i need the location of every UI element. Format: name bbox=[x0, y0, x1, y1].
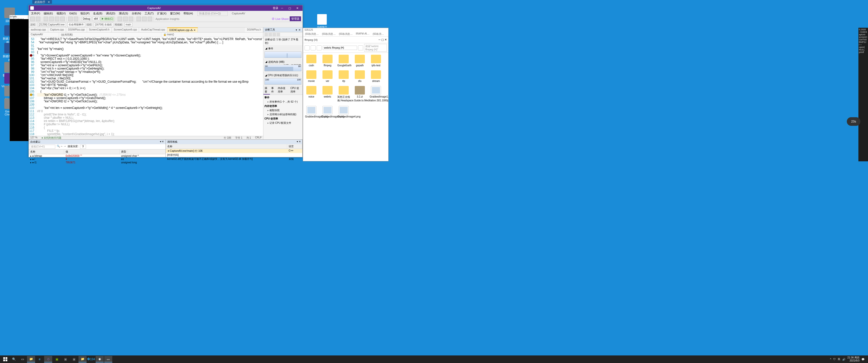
diag-node[interactable]: 启用堆分析(会影响性能) bbox=[264, 112, 302, 117]
diag-tab-events[interactable]: 事件 bbox=[270, 86, 277, 95]
callstack-row[interactable]: kernel32.dll![下面的框架可能不正确和/或缺失，没有为 kernel… bbox=[166, 157, 303, 161]
tray-icon[interactable]: 🔊 bbox=[842, 358, 845, 361]
file-item[interactable]: movie bbox=[305, 70, 318, 82]
task-term[interactable]: ▬ bbox=[104, 356, 112, 363]
break-button[interactable] bbox=[118, 16, 122, 21]
file-item[interactable]: sfu bbox=[353, 70, 366, 82]
file-item[interactable]: 3.2.zi bbox=[353, 86, 366, 102]
autos-row[interactable]: ▸ ● t17953671unsigned long bbox=[29, 161, 165, 164]
console-titlebar[interactable]: D:\ipfs-test\CaptureA... bbox=[9, 15, 29, 19]
explorer-search[interactable]: 搜索"webrtc ffmpeg (H)" bbox=[364, 44, 387, 52]
diag-tool-btn[interactable] bbox=[269, 33, 272, 36]
task-app[interactable]: ▣ bbox=[70, 356, 78, 363]
file-item[interactable]: gopath bbox=[353, 55, 366, 67]
file-item[interactable]: GrabbedImage2.png bbox=[305, 106, 318, 118]
timer-badge[interactable]: 23s bbox=[847, 117, 861, 126]
task-vs[interactable]: ◇ bbox=[44, 356, 52, 363]
code-editor[interactable]: 5354919293949596979899100101102103104105… bbox=[29, 37, 263, 136]
process-select[interactable]: [21256] CaptureAV.exe bbox=[38, 23, 66, 27]
step-over-button[interactable] bbox=[142, 16, 147, 21]
config-select[interactable]: Debug bbox=[82, 17, 91, 21]
menu-file[interactable]: 文件(F) bbox=[30, 11, 41, 16]
file-item[interactable]: rtp bbox=[337, 70, 350, 82]
file-item[interactable]: csdn bbox=[305, 55, 318, 67]
btab[interactable]: (60条消息) Darkne... bbox=[305, 32, 319, 36]
autos-search[interactable]: 搜索(Ctrl+E) bbox=[30, 145, 55, 149]
menu-view[interactable]: 视图(V) bbox=[55, 11, 67, 16]
search-icon[interactable]: 🔍 bbox=[10, 356, 18, 363]
notification-icon[interactable]: 💬 bbox=[862, 358, 865, 361]
menu-analyze[interactable]: 分析(N) bbox=[130, 11, 142, 16]
btab[interactable]: (60条消息) yolov... bbox=[339, 32, 353, 36]
menu-help[interactable]: 帮助(H) bbox=[182, 11, 194, 16]
diag-tab-summary[interactable]: 摘要 bbox=[264, 86, 270, 95]
diag-tool-btn[interactable] bbox=[277, 33, 280, 36]
diag-tool-btn[interactable] bbox=[273, 33, 276, 36]
close-icon[interactable]: ✕ bbox=[298, 29, 301, 31]
nav-fwd[interactable] bbox=[311, 45, 316, 51]
tray-ime[interactable]: 英 bbox=[838, 358, 840, 361]
callstack-row[interactable]: [外部代码] bbox=[166, 153, 303, 157]
menu-tools[interactable]: 工具(T) bbox=[143, 11, 155, 16]
open-button[interactable] bbox=[49, 16, 54, 21]
pin-icon[interactable]: ▾ bbox=[295, 29, 298, 31]
file-item[interactable]: GrabbedImage3.png bbox=[321, 106, 334, 118]
tray-icon[interactable]: ⛉ bbox=[833, 358, 836, 361]
tab-sc9cpp[interactable]: ScreenCapture9.cpp bbox=[112, 28, 139, 32]
btab[interactable]: (60条消息) openc... bbox=[322, 32, 336, 36]
live-share[interactable]: ⦿ Live Share bbox=[272, 18, 289, 21]
diag-tab-mem[interactable]: 内存使用率 bbox=[277, 86, 289, 95]
start-button[interactable] bbox=[1, 356, 9, 363]
tab-audiothread[interactable]: AudioCapThread.cpp bbox=[139, 28, 167, 32]
redo-button[interactable] bbox=[74, 16, 78, 21]
platform-select[interactable]: x64 bbox=[92, 17, 99, 21]
stop-button[interactable] bbox=[123, 16, 128, 21]
autos-row[interactable]: ▸ ● i4int bbox=[29, 158, 165, 161]
task-vscode[interactable]: �194 bbox=[87, 356, 95, 363]
tab-d3d9[interactable]: D3D9Capture.cpp ⁂ ✕ bbox=[167, 28, 198, 32]
menu-debug[interactable]: 调试(D) bbox=[105, 11, 117, 16]
tab-sc9h[interactable]: ScreenCapture9.h bbox=[87, 28, 112, 32]
frame-select[interactable]: main bbox=[124, 23, 132, 27]
task-edge[interactable]: e bbox=[36, 356, 44, 363]
taskview-icon[interactable]: ▭ bbox=[19, 356, 27, 363]
diag-node[interactable]: 所有事件(1 个，共 62 个) bbox=[264, 100, 302, 104]
file-item[interactable]: stream bbox=[370, 70, 382, 82]
diag-node[interactable]: 截取快照 bbox=[264, 108, 302, 112]
taskbar-clock[interactable]: 21:36 周四2021/6/3 bbox=[847, 356, 860, 362]
lifecycle-select[interactable]: 生命周期事件 bbox=[67, 23, 85, 27]
menu-edit[interactable]: 编辑(E) bbox=[42, 11, 54, 16]
autos-row[interactable]: ▸ ● bitmap0x0b020000 ""unsigned char * bbox=[29, 154, 165, 158]
menu-build[interactable]: 生成(B) bbox=[92, 11, 104, 16]
restart-button[interactable] bbox=[129, 16, 133, 21]
task-app[interactable]: ▣ bbox=[53, 356, 61, 363]
close-button[interactable]: ✕ bbox=[293, 6, 301, 10]
quick-launch[interactable]: 快速启动 (Ctrl+Q) bbox=[197, 11, 227, 16]
file-item[interactable]: ipfs-test bbox=[370, 55, 382, 67]
save-button[interactable] bbox=[55, 16, 59, 21]
refresh-button[interactable] bbox=[358, 45, 363, 51]
address-field[interactable]: webrtc ffmpeg (H) bbox=[323, 45, 357, 50]
task-app[interactable]: ▣ bbox=[61, 356, 69, 363]
file-item[interactable]: GoogleEarth bbox=[337, 55, 350, 67]
desktop-helper-bar[interactable]: 桌面助手 ✕ bbox=[32, 0, 52, 4]
explorer-items[interactable]: csdnffmpegGoogleEarthgopathipfs-testmovi… bbox=[303, 53, 388, 161]
continue-button[interactable]: ▶ 继续(C) bbox=[100, 16, 115, 21]
file-item[interactable]: voice bbox=[305, 86, 318, 102]
file-item[interactable]: ver bbox=[321, 70, 334, 82]
tab-dgiwplus[interactable]: DGIWPlus.cpp bbox=[66, 28, 87, 32]
tray-icon[interactable]: ^ bbox=[830, 358, 831, 361]
callstack-row[interactable]: ➜ CaptureAV.exe!main() 行 106C++ bbox=[166, 149, 303, 153]
diag-title[interactable]: 诊断工具 ▾✕ bbox=[264, 28, 303, 32]
new-button[interactable] bbox=[44, 16, 48, 21]
menu-project[interactable]: 项目(P) bbox=[79, 11, 91, 16]
menu-ext[interactable]: 扩展(X) bbox=[156, 11, 168, 16]
zoom-level[interactable]: 127 % bbox=[30, 136, 37, 139]
tab-dgiwh[interactable]: DGIWPlus.h bbox=[245, 28, 263, 32]
vs-login[interactable]: 登录 bbox=[273, 6, 278, 10]
subnav-func[interactable]: 🔒 main() bbox=[161, 33, 264, 37]
system-tray[interactable]: ^ ⛉ 英 🔊 21:36 周四2021/6/3 💬 bbox=[827, 356, 867, 362]
file-item[interactable]: webrtc bbox=[321, 86, 334, 102]
file-item[interactable]: GrabbedImage1.png bbox=[370, 86, 382, 102]
task-explorer[interactable]: 📁 bbox=[27, 356, 35, 363]
